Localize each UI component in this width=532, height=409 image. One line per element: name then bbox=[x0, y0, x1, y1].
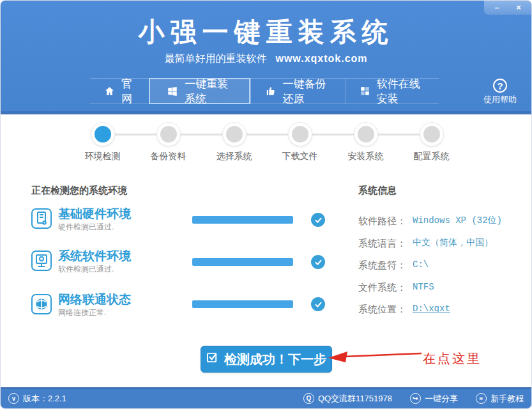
info-row-system-location: 系统位置： D:\xqxt bbox=[358, 304, 524, 316]
tab-online-install[interactable]: 软件在线安装 bbox=[345, 79, 439, 104]
app-title: 小强一键重装系统 bbox=[1, 15, 531, 50]
nav-tabs: 官网 一键重装系统 一键备份还原 软件在线安装 bbox=[90, 78, 439, 104]
header: – × 小强一键重装系统 最简单好用的重装软件www.xqxtok.com 官网… bbox=[1, 1, 531, 114]
app-grid-icon bbox=[360, 86, 370, 96]
tab-label: 官网 bbox=[121, 77, 135, 106]
info-row-system-drive: 系统盘符： C:\ bbox=[358, 259, 524, 272]
system-info-heading: 系统信息 bbox=[358, 185, 397, 197]
step-download-files: 下载文件 bbox=[267, 122, 333, 162]
help-icon: ? bbox=[493, 79, 507, 93]
help-label: 使用帮助 bbox=[479, 94, 521, 105]
network-progress-bar bbox=[192, 300, 293, 308]
info-row-software-path: 软件路径： Windows XP (32位) bbox=[358, 215, 524, 228]
software-progress-bar bbox=[192, 258, 293, 266]
close-button[interactable]: × bbox=[510, 1, 528, 14]
website-url: www.xqxtok.com bbox=[275, 53, 367, 64]
tutorial-button[interactable]: ≡ 新手教程 bbox=[476, 393, 524, 405]
version-icon: v bbox=[8, 393, 19, 404]
info-row-system-language: 系统语言： 中文（简体，中国） bbox=[358, 238, 524, 250]
detection-item-hardware: 基础硬件环境 硬件检测已通过. bbox=[31, 208, 131, 233]
steps-progress: 环境检测 备份资料 选择系统 下载文件 安装系统 配置系统 bbox=[70, 122, 464, 162]
info-row-file-system: 文件系统： NTFS bbox=[358, 282, 524, 294]
home-icon bbox=[104, 86, 115, 96]
step-circle bbox=[420, 122, 444, 146]
step-install-system: 安装系统 bbox=[333, 122, 399, 162]
tab-official-site[interactable]: 官网 bbox=[90, 79, 149, 104]
tutorial-icon: ≡ bbox=[476, 393, 487, 404]
app-tagline-row: 最简单好用的重装软件www.xqxtok.com bbox=[1, 52, 531, 66]
window-controls: – × bbox=[484, 1, 531, 15]
help-button[interactable]: ? 使用帮助 bbox=[479, 79, 521, 105]
step-circle bbox=[354, 122, 378, 146]
software-passed-check-icon bbox=[311, 255, 325, 269]
detection-heading: 正在检测您的系统环境 bbox=[31, 185, 127, 197]
red-arrow-icon bbox=[328, 349, 423, 368]
minimize-button[interactable]: – bbox=[488, 1, 506, 14]
globe-icon bbox=[31, 293, 52, 315]
step-circle bbox=[222, 122, 247, 146]
monitor-icon bbox=[31, 250, 52, 272]
next-step-button[interactable]: 检测成功！下一步 bbox=[201, 346, 332, 373]
qq-icon: Q bbox=[303, 393, 314, 404]
detection-item-software: 系统软件环境 软件检测已通过. bbox=[31, 250, 131, 275]
version-info: v 版本：2.2.1 bbox=[8, 393, 66, 405]
step-environment-check: 环境检测 bbox=[70, 122, 135, 162]
step-circle bbox=[91, 122, 115, 146]
system-location-link[interactable]: D:\xqxt bbox=[413, 304, 450, 316]
detection-item-network: 网络联通状态 网络连接正常. bbox=[31, 293, 131, 318]
hardware-passed-check-icon bbox=[311, 213, 325, 227]
app-window: – × 小强一键重装系统 最简单好用的重装软件www.xqxtok.com 官网… bbox=[0, 0, 532, 409]
tab-reinstall-system[interactable]: 一键重装系统 bbox=[149, 78, 250, 104]
pc-tower-icon bbox=[31, 208, 52, 229]
tab-label: 一键备份还原 bbox=[282, 77, 330, 106]
thumbs-up-icon bbox=[265, 86, 276, 96]
footer-bar: v 版本：2.2.1 Q QQ交流群11751978 ↪ 一键分享 ≡ 新手教程 bbox=[1, 387, 531, 408]
share-icon: ↪ bbox=[410, 393, 421, 404]
click-here-annotation: 在点这里 bbox=[423, 350, 482, 367]
tab-backup-restore[interactable]: 一键备份还原 bbox=[250, 79, 344, 104]
next-step-button-label: 检测成功！下一步 bbox=[224, 351, 326, 368]
windows-icon bbox=[167, 86, 178, 97]
app-tagline: 最简单好用的重装软件 bbox=[164, 53, 266, 64]
step-circle bbox=[288, 122, 312, 146]
network-passed-check-icon bbox=[311, 297, 325, 311]
tab-label: 软件在线安装 bbox=[377, 77, 425, 106]
qq-group-link[interactable]: Q QQ交流群11751978 bbox=[303, 393, 392, 405]
step-circle bbox=[156, 122, 181, 146]
hardware-progress-bar bbox=[192, 216, 293, 224]
checkbox-check-icon bbox=[206, 351, 218, 367]
step-select-system: 选择系统 bbox=[201, 122, 267, 162]
step-backup-data: 备份资料 bbox=[135, 122, 201, 162]
step-configure-system: 配置系统 bbox=[399, 122, 464, 162]
share-button[interactable]: ↪ 一键分享 bbox=[410, 393, 458, 405]
tab-label: 一键重装系统 bbox=[185, 77, 232, 106]
